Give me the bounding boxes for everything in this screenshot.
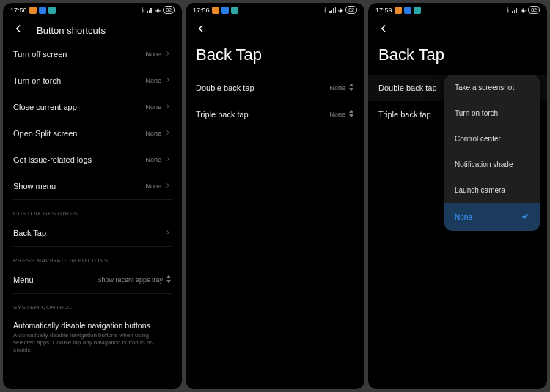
updown-icon <box>166 275 172 284</box>
status-bar: 17:56 ᚼ ◈ 82 <box>3 3 182 16</box>
screen-button-shortcuts: 17:56 ᚼ ◈ 82 Button shortcuts Turn off s… <box>3 3 182 389</box>
row-turn-on-torch[interactable]: Turn on torch None <box>3 67 182 94</box>
row-split-screen[interactable]: Open Split screen None <box>3 120 182 147</box>
status-time: 17:59 <box>375 7 392 14</box>
row-label: Double back tap <box>196 84 254 92</box>
row-label: Back Tap <box>13 229 46 237</box>
row-turn-off-screen[interactable]: Turn off screen None <box>3 41 182 67</box>
row-value: None <box>145 130 161 137</box>
bluetooth-icon: ᚼ <box>506 7 510 14</box>
back-button[interactable] <box>194 22 208 38</box>
signal-icon <box>147 7 153 13</box>
popup-option-screenshot[interactable]: Take a screenshot <box>444 75 540 100</box>
app-icon-2 <box>48 7 56 14</box>
row-label: Automatically disable navigation buttons <box>13 321 172 330</box>
chevron-right-icon <box>164 182 172 191</box>
row-label: Open Split screen <box>13 129 77 138</box>
section-system-control: SYSTEM CONTROL <box>3 294 182 314</box>
row-value: None <box>329 111 345 118</box>
popup-option-camera[interactable]: Launch camera <box>444 177 540 203</box>
row-value: None <box>145 182 161 190</box>
row-auto-disable-nav[interactable]: Automatically disable navigation buttons… <box>3 314 182 361</box>
row-value: Show recent apps tray <box>97 276 163 284</box>
wifi-icon: ◈ <box>521 7 526 14</box>
settings-list: Double back tap None Triple back tap Non… <box>186 75 364 389</box>
check-icon <box>521 212 529 222</box>
row-value: None <box>145 51 161 58</box>
status-time: 17:56 <box>10 7 27 14</box>
popup-option-label: None <box>455 213 472 221</box>
chevron-right-icon <box>164 155 172 164</box>
row-value: None <box>145 77 161 84</box>
wifi-icon: ◈ <box>155 7 161 14</box>
chevron-right-icon <box>164 50 172 59</box>
chevron-right-icon <box>164 76 172 85</box>
status-bar: 17:56 ᚼ ◈ 82 <box>186 3 364 16</box>
alarm-icon <box>212 7 219 14</box>
chevron-right-icon <box>164 103 172 111</box>
status-time: 17:56 <box>193 7 210 14</box>
row-label: Double back tap <box>378 84 437 92</box>
row-label: Show menu <box>13 182 56 191</box>
popup-option-control-center[interactable]: Control center <box>444 126 540 152</box>
row-label: Turn on torch <box>13 76 61 85</box>
battery-icon: 82 <box>528 6 540 14</box>
row-label: Get issue-related logs <box>13 155 92 164</box>
row-label: Triple back tap <box>196 110 249 119</box>
header: Button shortcuts <box>3 16 182 41</box>
row-close-app[interactable]: Close current app None <box>3 94 182 120</box>
row-label: Triple back tap <box>378 110 431 119</box>
page-title: Back Tap <box>368 41 547 75</box>
action-picker-popup: Take a screenshot Turn on torch Control … <box>444 75 540 231</box>
row-triple-back-tap[interactable]: Triple back tap None <box>186 101 364 127</box>
row-value: None <box>145 156 161 163</box>
alarm-icon <box>395 7 402 14</box>
wifi-icon: ◈ <box>338 7 343 14</box>
status-bar: 17:59 ᚼ ◈ 82 <box>368 3 547 16</box>
app-icon-2 <box>231 7 238 14</box>
updown-icon <box>348 84 354 92</box>
row-issue-logs[interactable]: Get issue-related logs None <box>3 147 182 173</box>
page-title: Back Tap <box>186 41 364 75</box>
screen-back-tap-popup: 17:59 ᚼ ◈ 82 Back Tap Double back tap Tr… <box>368 3 547 389</box>
back-button[interactable] <box>12 22 25 38</box>
app-icon-1 <box>404 7 411 14</box>
app-icon-1 <box>39 7 46 14</box>
section-custom-gestures: CUSTOM GESTURES <box>3 200 182 220</box>
page-title: Button shortcuts <box>37 25 106 36</box>
chevron-right-icon <box>164 129 172 138</box>
header <box>186 16 364 41</box>
signal-icon <box>512 7 518 13</box>
bluetooth-icon: ᚼ <box>323 7 327 14</box>
app-icon-1 <box>221 7 229 14</box>
bluetooth-icon: ᚼ <box>141 7 144 14</box>
row-sublabel: Automatically disable navigation buttons… <box>13 332 172 354</box>
app-icon-2 <box>414 7 421 14</box>
section-nav-buttons: PRESS NAVIGATION BUTTONS <box>3 247 182 267</box>
row-back-tap[interactable]: Back Tap <box>3 220 182 246</box>
popup-option-none[interactable]: None <box>444 203 540 231</box>
battery-icon: 82 <box>345 6 357 14</box>
row-show-menu[interactable]: Show menu None <box>3 173 182 199</box>
alarm-icon <box>29 7 37 14</box>
row-value: None <box>145 103 161 111</box>
back-button[interactable] <box>377 22 390 38</box>
signal-icon <box>329 7 336 13</box>
popup-option-notification-shade[interactable]: Notification shade <box>444 152 540 177</box>
row-value: None <box>329 84 345 92</box>
battery-icon: 82 <box>163 6 175 14</box>
screen-back-tap: 17:56 ᚼ ◈ 82 Back Tap Double back tap No… <box>186 3 364 389</box>
row-label: Menu <box>13 275 34 284</box>
row-double-back-tap[interactable]: Double back tap None <box>186 75 364 101</box>
chevron-right-icon <box>164 229 172 237</box>
popup-option-torch[interactable]: Turn on torch <box>444 100 540 126</box>
row-menu[interactable]: Menu Show recent apps tray <box>3 267 182 293</box>
updown-icon <box>348 110 354 119</box>
row-label: Turn off screen <box>13 50 67 59</box>
row-label: Close current app <box>13 103 77 111</box>
header <box>368 16 547 41</box>
settings-list: Turn off screen None Turn on torch None … <box>3 41 182 389</box>
